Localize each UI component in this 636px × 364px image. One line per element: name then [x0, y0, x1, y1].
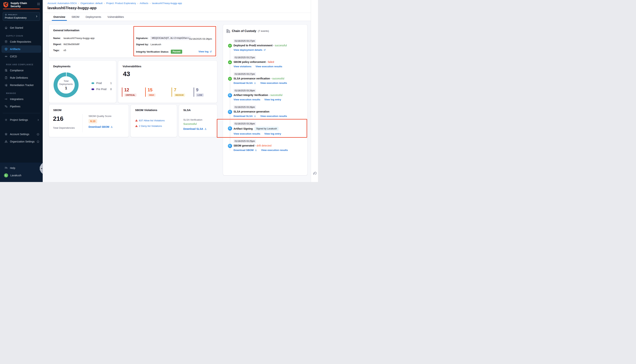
tab-sbom[interactable]: SBOM: [70, 13, 81, 21]
download-slsa-link[interactable]: Download SLSA: [233, 82, 256, 84]
sidebar-item-integrations[interactable]: Integrations: [0, 96, 43, 103]
sidebar-item-compliance[interactable]: Compliance: [0, 67, 43, 74]
signature-row: Signature: MEQCICde2VjIT...bL+2+mqnOXw==: [136, 36, 191, 40]
view-violations-link[interactable]: View violations: [233, 65, 251, 68]
view-execution-results-link[interactable]: View execution results: [233, 132, 260, 135]
event-status: successful: [269, 94, 282, 96]
sidebar-item-organization-settings[interactable]: Organization Settings: [0, 138, 43, 145]
cd-module-icon: ∞: [228, 77, 232, 81]
view-execution-results-link[interactable]: View execution results: [260, 115, 287, 118]
event-title: SLSA provenance generation: [233, 110, 269, 113]
sidebar-item-project-settings[interactable]: Project Settings: [0, 116, 43, 124]
page-title: lavakush07/easy-buggy-app: [48, 6, 311, 10]
sbom-total-label: Total Dependencies: [53, 126, 75, 129]
sidebar-item-code-repositories[interactable]: Code Repositories: [0, 38, 43, 46]
deny-list-violations-link[interactable]: 2 Deny list Violations: [135, 125, 165, 128]
view-execution-results-link[interactable]: View execution results: [233, 98, 260, 101]
view-log-entry-link[interactable]: View log entry: [264, 98, 281, 101]
general-information-card: General Information Name: lavakush07/eas…: [49, 25, 217, 58]
sidebar-nav: Get Started SUPPLY CHAIN Code Repositori…: [0, 24, 43, 145]
event-status: drift detected: [255, 144, 272, 147]
scan-module-icon: [228, 93, 232, 98]
layers-icon: [5, 132, 8, 136]
gear-icon: [5, 118, 8, 122]
scan-module-icon: [228, 126, 232, 130]
download-icon: [254, 115, 256, 117]
signature-value-chip[interactable]: MEQCICde2VjIT...bL+2+mqnOXw==: [150, 36, 191, 40]
sidebar-item-remediation-tracker[interactable]: Remediation Tracker: [0, 82, 43, 89]
download-icon: [255, 149, 257, 151]
event-title: Artifact Signing: [233, 127, 253, 130]
artifacts-box-icon: [5, 48, 8, 51]
clipboard-check-icon: [5, 76, 8, 80]
sbom-violations-title: SBOM Violations: [135, 108, 157, 112]
view-execution-results-link[interactable]: View execution results: [255, 65, 282, 68]
sidebar-user[interactable]: L Lavakush: [0, 172, 43, 179]
artifact-name-value: lavakush07/easy-buggy-app: [64, 37, 95, 40]
tab-vulnerabilities[interactable]: Vulnerabilities: [106, 13, 126, 21]
project-label: PROJECT: [8, 14, 18, 16]
tab-overview[interactable]: Overview: [52, 13, 67, 21]
coc-event-deployed-prod2: ∞ 01/16/2025 03:27pm Deployed to Prod2 e…: [223, 39, 307, 52]
coc-event-slsa-verification: ∞ 01/16/2025 03:27pm SLSA provenance ver…: [223, 72, 307, 84]
download-sbom-link[interactable]: Download SBOM: [233, 149, 257, 152]
user-name: Lavakush: [10, 174, 21, 177]
tab-deployments[interactable]: Deployments: [84, 13, 103, 21]
sidebar-item-pipelines[interactable]: Pipelines: [0, 103, 43, 110]
sidebar-item-help[interactable]: Help: [0, 164, 43, 172]
breadcrumb-artifacts[interactable]: Artifacts: [140, 2, 148, 4]
preprod-swatch: [92, 88, 94, 90]
signed-by-row: Signed by: Lavakush: [136, 43, 161, 46]
breadcrumb-current[interactable]: lavakush07/easy-buggy-app: [152, 2, 182, 4]
download-icon: [204, 128, 207, 130]
feedback-chat-icon[interactable]: [313, 171, 317, 175]
signed-by-badge: Signed by Lavakush: [254, 127, 279, 131]
section-supply-chain: SUPPLY CHAIN: [0, 35, 43, 37]
view-execution-results-link[interactable]: View execution results: [260, 82, 287, 84]
sidebar-item-get-started[interactable]: Get Started: [0, 24, 43, 32]
vulnerabilities-total: 43: [123, 70, 130, 78]
slsa-verification-status: Successful: [183, 122, 207, 126]
coc-event-artifact-integrity: 01/16/2025 03:26pm Artifact Integrity Ve…: [223, 89, 307, 101]
signature-timestamp: 01/16/2025 03:26pm: [189, 38, 212, 40]
breadcrumb-organization[interactable]: Organization: default: [80, 2, 103, 4]
info-circle-icon[interactable]: [37, 133, 39, 136]
sidebar-item-artifacts[interactable]: Artifacts: [2, 46, 41, 53]
event-status: failed: [266, 60, 274, 64]
view-log-entry-link[interactable]: View log entry: [264, 132, 281, 135]
user-avatar: L: [4, 173, 8, 178]
sidebar-item-account-settings[interactable]: Account Settings: [0, 130, 43, 138]
org-chart-icon: [5, 140, 8, 143]
right-rail: [311, 0, 318, 182]
info-circle-icon[interactable]: [37, 140, 39, 143]
severity-critical: 12 CRITICAL: [122, 88, 140, 97]
chevron-right-icon: [35, 15, 38, 18]
view-log-link[interactable]: View log: [198, 50, 212, 53]
sidebar-item-cicd[interactable]: CI/CD: [0, 53, 43, 60]
breadcrumb-project[interactable]: Project: Product Exploratory: [106, 2, 136, 4]
total-deployments-value: 1: [65, 86, 67, 90]
download-slsa-link[interactable]: Download SLSA: [183, 128, 207, 130]
legend-prod: Prod 1: [92, 81, 112, 85]
event-title: Artifact Integrity Verification successf…: [233, 94, 282, 96]
content-area: General Information Name: lavakush07/eas…: [43, 21, 311, 182]
view-execution-results-link[interactable]: View execution results: [261, 149, 288, 152]
sidebar-item-rule-definitions[interactable]: Rule Definitions: [0, 74, 43, 82]
integrity-status-badge: Passed: [171, 50, 182, 54]
digest-row: Digest: 8d23bd3b5d8f: [53, 43, 79, 46]
slsa-title: SLSA: [183, 108, 191, 112]
view-deployment-details-link[interactable]: View deployment details: [233, 48, 266, 51]
download-sbom-link[interactable]: Download SBOM: [89, 126, 113, 128]
breadcrumb-separator: ›: [104, 2, 105, 4]
deployments-title: Deployments: [53, 65, 71, 68]
repository-icon: [5, 40, 8, 44]
download-slsa-link[interactable]: Download SLSA: [233, 115, 256, 118]
allow-list-violations-link[interactable]: 637 Allow list Violations: [135, 119, 165, 122]
app-root: Supply Chain Security: [0, 0, 318, 182]
event-timestamp: 01/16/2025 03:27pm: [233, 56, 256, 60]
project-selector[interactable]: PROJECT Product Exploratory: [3, 12, 40, 21]
deployments-card: Deployments TotalDeployments 1 Prod 1 Pr…: [49, 61, 116, 103]
breadcrumb-account[interactable]: Account: Automation-SSCA: [48, 2, 77, 4]
app-grid-icon[interactable]: [37, 2, 40, 6]
cd-module-icon: ∞: [228, 44, 232, 48]
